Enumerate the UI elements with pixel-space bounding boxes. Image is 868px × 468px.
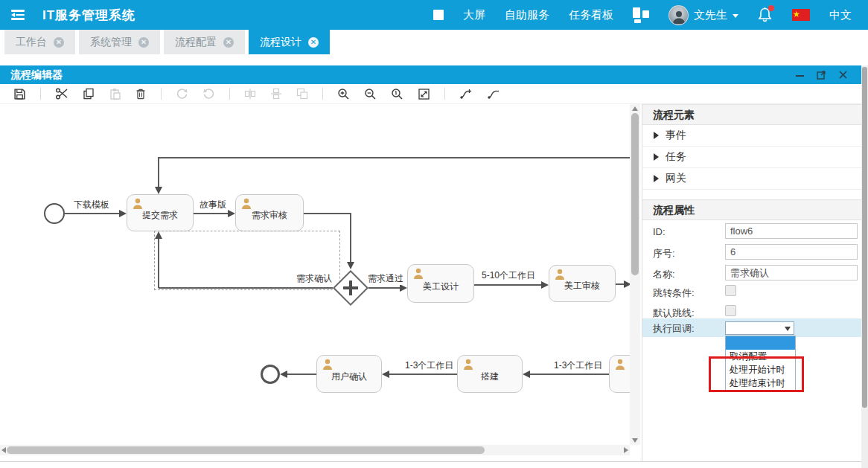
person-icon — [133, 198, 143, 209]
close-icon[interactable] — [838, 70, 848, 80]
bell-icon[interactable] — [758, 7, 773, 23]
tab-system-management[interactable]: 系统管理 ✕ — [79, 30, 160, 54]
notification-dot — [768, 5, 774, 11]
callback-option-end-timing[interactable]: 处理结束计时 — [726, 376, 795, 390]
tab-flow-config-close-icon[interactable]: ✕ — [223, 37, 234, 48]
canvas-vscroll-thumb[interactable] — [631, 113, 639, 275]
add-connection-icon[interactable] — [459, 88, 473, 100]
edge-to-end[interactable] — [287, 374, 316, 375]
menu-toggle-icon[interactable] — [11, 10, 26, 20]
zoom-reset-icon[interactable] — [391, 88, 403, 100]
prop-jump-condition-checkbox[interactable] — [725, 285, 736, 296]
callback-option-empty[interactable] — [726, 336, 795, 350]
maximize-icon[interactable] — [817, 70, 826, 80]
palette-group-task[interactable]: 任务 — [642, 147, 861, 168]
zoom-in-icon[interactable] — [337, 88, 350, 100]
screen-icon[interactable] — [433, 10, 444, 20]
minimize-icon[interactable] — [795, 70, 805, 80]
right-panel: 流程元素 事件 任务 网关 流程属性 ID: 序号: 名称: 跳转条件: — [642, 104, 861, 461]
person-icon — [615, 359, 625, 370]
node-label: 搭建 — [458, 371, 522, 383]
prop-id-input[interactable] — [725, 223, 858, 239]
prop-seq-input[interactable] — [725, 244, 858, 260]
avatar — [668, 5, 689, 25]
node-art-review[interactable]: 美工审核 — [549, 265, 616, 302]
node-build[interactable]: 搭建 — [457, 355, 523, 393]
edge-passed[interactable] — [368, 287, 401, 289]
prop-name-input[interactable] — [725, 265, 858, 281]
edge-1-3-days-right[interactable] — [530, 374, 609, 375]
tab-bar: 工作台 ✕ 系统管理 ✕ 流程配置 ✕ 流程设计 ✕ — [0, 30, 868, 54]
edge-1-3-days-left[interactable] — [389, 374, 457, 375]
cut-icon[interactable] — [55, 88, 68, 100]
tab-workbench-label: 工作台 — [16, 36, 47, 49]
callback-option-cancel[interactable]: 取消配置 — [726, 350, 795, 363]
user-menu[interactable]: 文先生 — [668, 5, 738, 25]
chevron-right-icon — [654, 132, 659, 139]
edge-top-feedback-v[interactable] — [158, 157, 159, 187]
page-scroll-thumb[interactable] — [862, 67, 867, 408]
node-clipped[interactable] — [609, 355, 630, 393]
prop-default-line-checkbox[interactable] — [725, 305, 736, 316]
nav-big-screen[interactable]: 大屏 — [463, 8, 485, 22]
dashboard-icon[interactable] — [633, 7, 649, 23]
tab-flow-design-close-icon[interactable]: ✕ — [308, 37, 319, 48]
edge-label-5-10-days[interactable]: 5-10个工作日 — [480, 269, 537, 282]
canvas-hscroll-thumb[interactable] — [7, 446, 485, 454]
save-icon[interactable] — [13, 88, 26, 100]
scroll-right-icon[interactable] — [624, 447, 628, 453]
prop-callback-select[interactable] — [725, 321, 794, 335]
editor-title: 流程编辑器 — [10, 68, 63, 82]
zoom-out-icon[interactable] — [364, 88, 377, 100]
scroll-left-icon[interactable] — [1, 447, 6, 453]
edge-top-feedback[interactable] — [159, 157, 630, 158]
copy-icon[interactable] — [83, 88, 95, 100]
edge-review-to-gateway-v[interactable] — [350, 213, 351, 263]
flow-canvas[interactable]: 下载模板 提交需求 故事版 需求审核 需求确认 — [0, 104, 630, 445]
tab-system-close-icon[interactable]: ✕ — [138, 37, 149, 48]
flag-icon[interactable] — [792, 9, 810, 21]
edge-5-10-days[interactable] — [474, 284, 543, 286]
edge-label-storyboard[interactable]: 故事版 — [198, 199, 228, 211]
scroll-down-icon[interactable] — [632, 438, 638, 443]
node-submit-request[interactable]: 提交需求 — [127, 194, 194, 231]
edge-label-confirm[interactable]: 需求确认 — [295, 272, 334, 285]
edge-confirm-v[interactable] — [158, 238, 159, 288]
arrowhead — [347, 262, 354, 269]
arrowhead — [624, 281, 630, 288]
palette-group-gateway[interactable]: 网关 — [642, 168, 861, 190]
edge-review-to-gateway[interactable] — [304, 213, 351, 214]
delete-icon[interactable] — [135, 88, 147, 100]
arrowhead — [523, 371, 530, 378]
tab-flow-design[interactable]: 流程设计 ✕ — [249, 30, 330, 54]
callback-option-start-timing[interactable]: 处理开始计时 — [726, 363, 795, 376]
node-requirement-review[interactable]: 需求审核 — [235, 194, 304, 231]
scroll-up-icon[interactable] — [632, 106, 638, 111]
tab-workbench-close-icon[interactable]: ✕ — [54, 37, 64, 48]
canvas-hscrollbar[interactable] — [0, 445, 630, 455]
page-scrollbar[interactable] — [861, 65, 868, 468]
edge-label-download[interactable]: 下载模板 — [72, 199, 111, 211]
nav-self-service[interactable]: 自助服务 — [505, 8, 549, 22]
start-event-circle[interactable] — [44, 203, 65, 224]
edge-label-passed[interactable]: 需求通过 — [366, 272, 405, 285]
edge-download[interactable] — [65, 213, 120, 214]
tab-workbench[interactable]: 工作台 ✕ — [4, 30, 75, 54]
edge-label-1-3-days-right[interactable]: 1-3个工作日 — [552, 359, 604, 372]
node-user-confirm[interactable]: 用户确认 — [316, 355, 382, 393]
edge-storyboard[interactable] — [194, 213, 229, 214]
nav-task-board[interactable]: 任务看板 — [569, 8, 613, 22]
tab-flow-config[interactable]: 流程配置 ✕ — [164, 30, 245, 54]
edge-label-1-3-days-left[interactable]: 1-3个工作日 — [403, 359, 455, 372]
editor-titlebar: 流程编辑器 — [0, 65, 861, 84]
end-event-circle[interactable] — [261, 365, 280, 384]
canvas-vscrollbar[interactable] — [630, 104, 640, 445]
remove-connection-icon[interactable] — [487, 88, 500, 100]
language-switch[interactable]: 中文 — [829, 8, 852, 22]
node-art-design[interactable]: 美工设计 — [407, 264, 474, 303]
palette-group-event[interactable]: 事件 — [642, 125, 861, 147]
edge-confirm[interactable] — [159, 287, 333, 289]
person-icon — [241, 198, 252, 209]
undo-icon — [202, 88, 215, 100]
fit-screen-icon[interactable] — [418, 88, 430, 100]
